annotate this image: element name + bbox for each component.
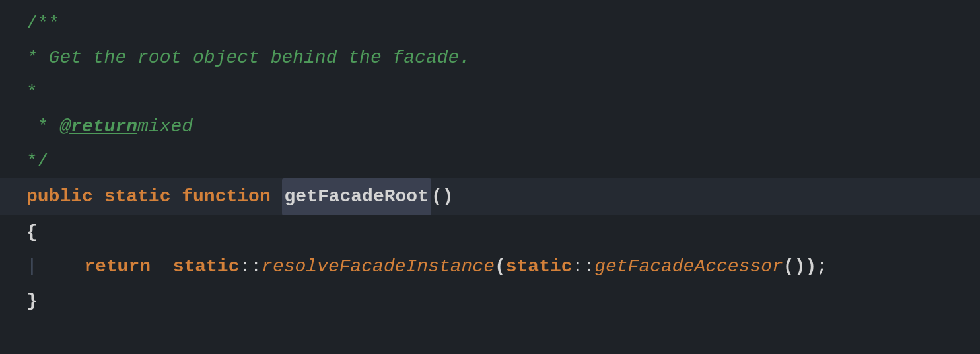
paren-open: ( xyxy=(495,256,506,277)
return-line: | return static::resolveFacadeInstance(s… xyxy=(0,250,980,284)
comment-text: /** xyxy=(26,7,59,41)
code-line: */ xyxy=(0,144,980,178)
code-line: { xyxy=(0,215,980,250)
code-line: * xyxy=(0,75,980,110)
comment-end: */ xyxy=(26,144,49,178)
code-line: } xyxy=(0,284,980,318)
keyword-public: public xyxy=(26,180,93,214)
comment-star: * xyxy=(26,110,59,144)
function-declaration-line: public static function getFacadeRoot() xyxy=(0,178,980,215)
code-line: * Get the root object behind the facade. xyxy=(0,41,980,75)
keyword-function: function xyxy=(170,180,270,214)
curly-brace-close: } xyxy=(26,284,38,318)
function-name xyxy=(271,180,282,214)
semicolon: ; xyxy=(816,256,827,277)
keyword-return: return xyxy=(40,256,151,277)
line-marker: | xyxy=(26,250,38,284)
curly-brace-open: { xyxy=(26,215,38,250)
method-resolve: resolveFacadeInstance xyxy=(262,256,495,277)
operator2: :: xyxy=(573,256,595,277)
code-line: /** xyxy=(0,7,980,41)
comment-tag-after: mixed xyxy=(137,110,193,144)
comment-text: * Get the root object behind the facade. xyxy=(26,41,470,75)
code-editor: /** * Get the root object behind the fac… xyxy=(0,0,980,354)
paren-inner: ()) xyxy=(783,256,816,277)
method-accessor: getFacadeAccessor xyxy=(594,256,783,277)
code-line: * @return mixed xyxy=(0,110,980,144)
static-keyword2: static xyxy=(506,256,573,277)
keyword-static: static xyxy=(93,180,171,214)
function-name-highlight: getFacadeRoot xyxy=(282,178,431,215)
comment-text: * xyxy=(26,75,38,110)
function-parens: () xyxy=(431,180,454,214)
operator: :: xyxy=(239,256,262,277)
comment-tag: @return xyxy=(59,110,137,144)
static-keyword: static xyxy=(162,256,240,277)
